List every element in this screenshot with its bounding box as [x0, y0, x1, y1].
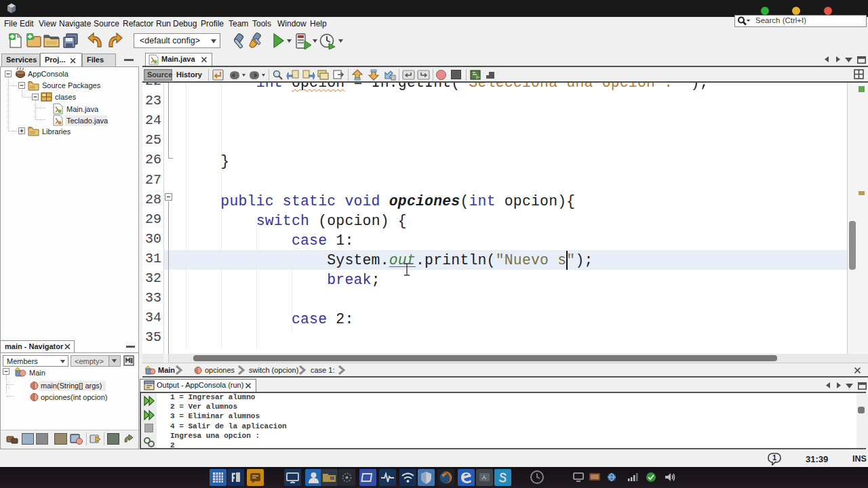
- svg-text:1: 1: [772, 453, 776, 462]
